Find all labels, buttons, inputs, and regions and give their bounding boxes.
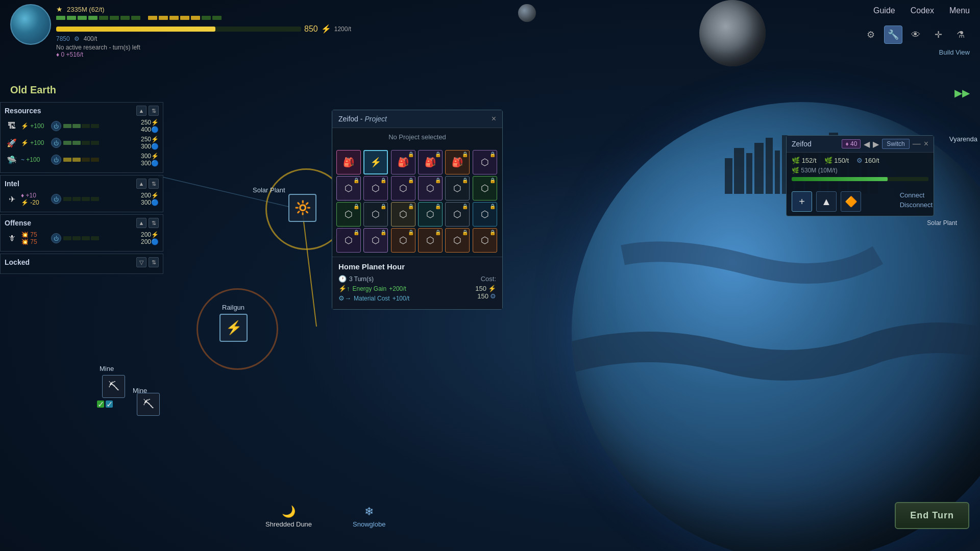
resources-sort[interactable]: ⇅ xyxy=(149,106,159,116)
mat-bonus: ~ +100 xyxy=(21,156,49,163)
svg-rect-5 xyxy=(775,151,780,194)
project-item-13[interactable]: ⬡ 🔒 xyxy=(336,202,361,227)
star-icon: ★ xyxy=(56,5,63,13)
zeifod-stat-row1: 🌿 152/t 🌿 150/t ⚙ 160/t xyxy=(792,157,928,164)
intel-expand[interactable]: ▲ xyxy=(136,179,146,189)
offense-title: Offense xyxy=(5,219,31,227)
ybar2 xyxy=(159,16,168,20)
offense-header: Offense ▲ ⇅ xyxy=(5,218,159,228)
offense-expand[interactable]: ▲ xyxy=(136,218,146,228)
project-item-8[interactable]: ⬡ 🔒 xyxy=(363,176,388,201)
project-item-5[interactable]: 🎒 🔒 xyxy=(445,150,470,174)
project-item-1[interactable]: 🎒 xyxy=(336,150,361,174)
solar-plant-map-unit[interactable]: 🔆 xyxy=(288,194,316,222)
locked-sort[interactable]: ⇅ xyxy=(149,257,159,267)
menu-button[interactable]: Menu xyxy=(949,6,970,15)
intel-bars xyxy=(63,197,131,201)
energy-rate: 1200/t xyxy=(334,26,351,33)
svg-rect-2 xyxy=(746,153,752,194)
disconnect-button[interactable]: Disconnect xyxy=(900,201,933,209)
ybar4 xyxy=(180,16,189,20)
railgun-map-unit[interactable]: ⚡ xyxy=(219,314,248,342)
status-green: ✓ xyxy=(97,400,104,408)
project-no-selection: No Project selected xyxy=(332,128,502,146)
project-item-3[interactable]: 🎒 🔒 xyxy=(391,150,415,174)
mine2-map-unit[interactable]: ⛏ xyxy=(137,393,160,416)
locked-expand[interactable]: ▽ xyxy=(136,257,146,267)
project-item-9[interactable]: ⬡ 🔒 xyxy=(391,176,415,201)
project-item-14[interactable]: ⬡ 🔒 xyxy=(363,202,388,227)
mine2-label: Mine xyxy=(133,387,147,394)
project-item-11[interactable]: ⬡ 🔒 xyxy=(445,176,470,201)
toolbar-icons: ⚙ 🔧 👁 ✛ ⚗ xyxy=(862,26,970,44)
cost-material-row: 150 ⚙ xyxy=(455,292,496,300)
project-item-4[interactable]: 🎒 🔒 xyxy=(418,150,443,174)
resource-bars-row xyxy=(56,13,970,22)
top-stats: ★ 2335M (62/t) 850 xyxy=(56,4,970,58)
project-item-7[interactable]: ⬡ 🔒 xyxy=(336,176,361,201)
flask-icon[interactable]: ⚗ xyxy=(951,26,970,44)
mine1-map-unit[interactable]: ⛏ xyxy=(102,375,125,398)
offense-controls: ▲ ⇅ xyxy=(136,218,159,228)
intel-row: ✈ ♦ +10 ⚡ -20 ⏻ 200⚡300🔵 xyxy=(5,192,159,206)
eye-icon[interactable]: 👁 xyxy=(906,26,925,44)
project-item-20[interactable]: ⬡ 🔒 xyxy=(363,228,388,253)
end-turn-button[interactable]: End Turn xyxy=(895,502,969,529)
resources-controls: ▲ ⇅ xyxy=(136,106,159,116)
shredded-dune-label: 🌙 Shredded Dune xyxy=(265,505,312,528)
mat-power[interactable]: ⏻ xyxy=(51,155,61,165)
svg-rect-4 xyxy=(766,138,773,194)
project-item-24[interactable]: ⬡ 🔒 xyxy=(473,228,497,253)
zeifod-close[interactable]: — xyxy=(913,139,921,148)
offense-sort[interactable]: ⇅ xyxy=(149,218,159,228)
worker-power[interactable]: ⏻ xyxy=(51,121,61,131)
zeifod-unit-icon-2[interactable]: 🔶 xyxy=(841,191,861,212)
production-text: ♦ 0 +516/t xyxy=(56,51,970,58)
worker-bonus: ⚡ +100 xyxy=(21,122,49,130)
svg-rect-0 xyxy=(725,158,732,194)
zeifod-stats: 🌿 152/t 🌿 150/t ⚙ 160/t 🌿 530M (10M/t) xyxy=(787,153,934,189)
project-item-6[interactable]: ⬡ 🔒 xyxy=(473,150,497,174)
project-item-19[interactable]: ⬡ 🔒 xyxy=(336,228,361,253)
project-item-16[interactable]: ⬡ 🔒 xyxy=(418,202,443,227)
project-item-17[interactable]: ⬡ 🔒 xyxy=(445,202,470,227)
project-item-2[interactable]: ⚡ xyxy=(363,150,388,174)
zeifod-unit-icon-1[interactable]: ▲ xyxy=(816,191,837,212)
food-power[interactable]: ⏻ xyxy=(51,138,61,148)
bar1 xyxy=(56,16,65,20)
intel-sort[interactable]: ⇅ xyxy=(149,179,159,189)
zeifod-prev[interactable]: ◀ xyxy=(864,139,870,149)
resources-expand[interactable]: ▲ xyxy=(136,106,146,116)
project-item-15[interactable]: ⬡ 🔒 xyxy=(391,202,415,227)
planet-icon[interactable] xyxy=(10,4,51,45)
project-dialog-close[interactable]: × xyxy=(492,114,496,123)
svg-rect-3 xyxy=(754,143,764,194)
bar8 xyxy=(131,16,140,20)
switch-button[interactable]: Switch xyxy=(882,139,909,149)
arrow-right[interactable]: ▶▶ xyxy=(954,87,970,99)
settings-icon[interactable]: ⚙ xyxy=(862,26,880,44)
zeifod-next[interactable]: ▶ xyxy=(873,139,879,149)
connect-button[interactable]: Connect xyxy=(900,191,933,199)
build-view-label: Build View xyxy=(939,48,970,56)
intel-power[interactable]: ⏻ xyxy=(51,194,61,204)
project-item-10[interactable]: ⬡ 🔒 xyxy=(418,176,443,201)
project-item-12[interactable]: ⬡ 🔒 xyxy=(473,176,497,201)
zeifod-controls: ♦ 40 ◀ ▶ Switch — × xyxy=(842,139,928,149)
zeifod-add-btn[interactable]: + xyxy=(792,191,812,212)
ybar3 xyxy=(169,16,179,20)
offense-power[interactable]: ⏻ xyxy=(51,233,61,243)
project-item-18[interactable]: ⬡ 🔒 xyxy=(473,202,497,227)
project-item-21[interactable]: ⬡ 🔒 xyxy=(391,228,415,253)
status-blue: ✓ xyxy=(106,400,113,408)
codex-button[interactable]: Codex xyxy=(911,6,934,15)
guide-button[interactable]: Guide xyxy=(873,6,895,15)
intel-value: 200⚡300🔵 xyxy=(133,192,159,206)
project-item-22[interactable]: ⬡ 🔒 xyxy=(418,228,443,253)
material-rate: 400/t xyxy=(84,35,97,42)
build-icon[interactable]: 🔧 xyxy=(884,26,902,44)
zeifod-minimize[interactable]: × xyxy=(924,139,928,148)
crosshair-icon[interactable]: ✛ xyxy=(929,26,947,44)
intel-header: Intel ▲ ⇅ xyxy=(5,179,159,189)
project-item-23[interactable]: ⬡ 🔒 xyxy=(445,228,470,253)
